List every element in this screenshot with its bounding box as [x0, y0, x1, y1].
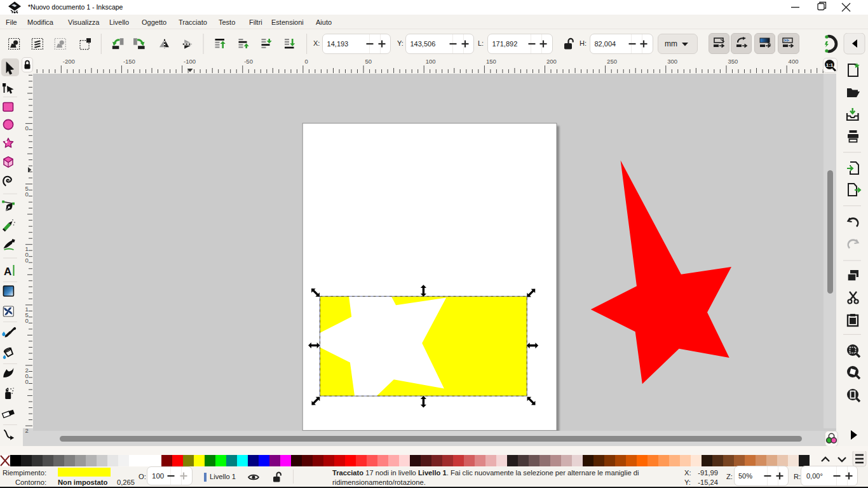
svg-text:0: 0 — [25, 125, 29, 132]
svg-text:250: 250 — [607, 58, 617, 65]
svg-text:1:1: 1:1 — [826, 62, 834, 68]
svg-text:-150: -150 — [123, 58, 135, 65]
svg-text:350: 350 — [728, 58, 738, 65]
svg-text:150: 150 — [486, 58, 496, 65]
svg-text:-50: -50 — [244, 58, 253, 65]
svg-text:100: 100 — [426, 58, 436, 65]
svg-text:0: 0 — [25, 257, 29, 264]
svg-text:-200: -200 — [63, 58, 75, 65]
svg-text:0: 0 — [25, 317, 29, 324]
svg-text:2: 2 — [25, 427, 29, 433]
svg-text:200: 200 — [546, 58, 557, 65]
svg-text:-100: -100 — [184, 58, 196, 65]
svg-text:0: 0 — [25, 191, 29, 198]
svg-text:0: 0 — [25, 378, 29, 385]
svg-text:A: A — [4, 266, 11, 278]
svg-text:0: 0 — [304, 58, 308, 65]
svg-text:50: 50 — [365, 58, 372, 65]
svg-text:300: 300 — [667, 58, 677, 65]
svg-text:400: 400 — [789, 58, 799, 65]
